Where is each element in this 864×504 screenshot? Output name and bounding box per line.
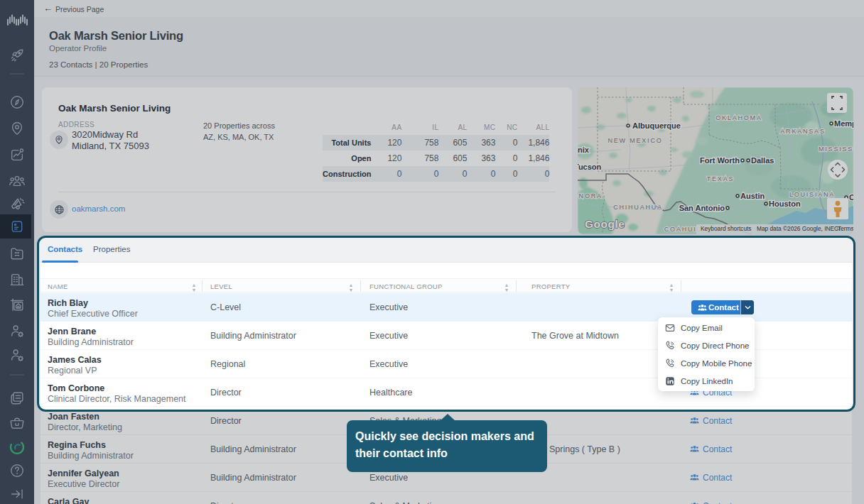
svg-text:Austin: Austin	[740, 192, 765, 200]
svg-text:Orleans: Orleans	[849, 193, 853, 202]
svg-text:MISSISSIPPI: MISSISSIPPI	[819, 146, 853, 153]
svg-text:LOUISIANA: LOUISIANA	[789, 191, 835, 198]
svg-text:Tucson: Tucson	[578, 163, 602, 171]
svg-text:San Antonio: San Antonio	[679, 204, 725, 212]
svg-text:CHIHUAHUA: CHIHUAHUA	[613, 204, 663, 211]
svg-text:Google: Google	[585, 218, 625, 230]
svg-text:Terms: Terms	[838, 225, 853, 232]
svg-text:ARKANSAS: ARKANSAS	[780, 128, 825, 135]
svg-text:Memphis: Memphis	[834, 119, 853, 128]
svg-text:Dallas: Dallas	[751, 156, 774, 165]
svg-text:OKLAHOMA: OKLAHOMA	[716, 114, 762, 121]
svg-text:SONORA: SONORA	[578, 192, 603, 199]
svg-text:Map data ©2026 Google, INEGI: Map data ©2026 Google, INEGI	[757, 225, 841, 232]
svg-text:Fort Worth: Fort Worth	[700, 156, 740, 165]
svg-text:TEXAS: TEXAS	[707, 175, 735, 182]
svg-text:Albuquerque: Albuquerque	[632, 121, 681, 130]
svg-text:Keyboard shortcuts: Keyboard shortcuts	[701, 225, 751, 232]
svg-text:Phoenix: Phoenix	[578, 146, 590, 154]
svg-text:NEW MEXICO: NEW MEXICO	[608, 137, 662, 144]
svg-text:Houston: Houston	[769, 199, 801, 208]
